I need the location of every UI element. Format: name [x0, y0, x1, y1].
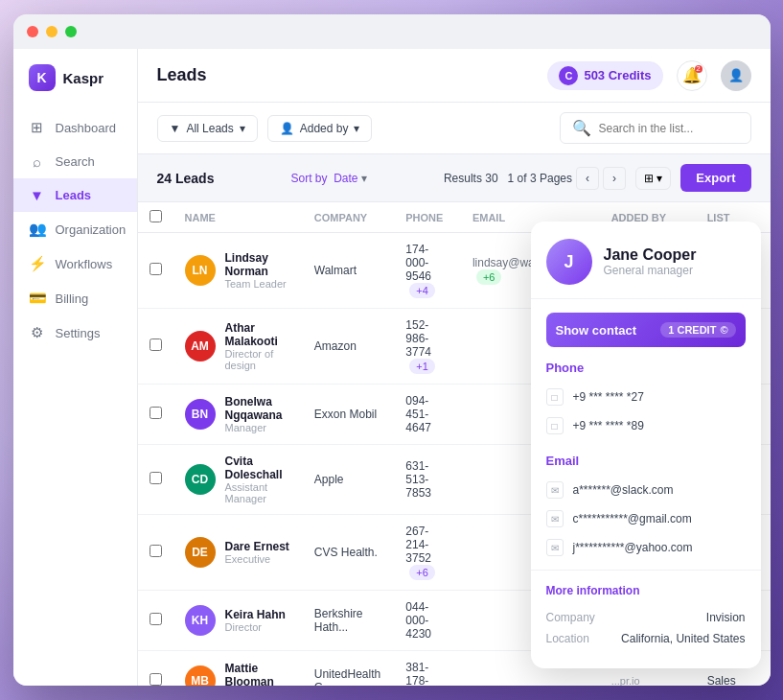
- contact-role: General manager: [604, 264, 697, 277]
- phone-cell: 044-000-4230: [394, 591, 461, 651]
- right-controls: Results 30 1 of 3 Pages ‹ › ⊞ ▾ Export: [444, 164, 751, 192]
- notification-dot: 2: [695, 65, 702, 73]
- search-icon: 🔍: [572, 119, 591, 137]
- search-icon: ⌕: [29, 153, 46, 170]
- person-role: Team Leader: [225, 278, 291, 290]
- avatar: CD: [185, 464, 216, 495]
- email-section-title: Email: [531, 440, 761, 476]
- select-all-checkbox[interactable]: [150, 210, 162, 222]
- added-by-icon: 👤: [280, 122, 294, 135]
- phone-cell: 381-178-2619: [394, 651, 461, 687]
- sidebar-item-workflows[interactable]: ⚡ Workflows: [13, 246, 137, 281]
- location-row: Location California, United States: [546, 628, 746, 649]
- person-role: Executive: [225, 553, 289, 565]
- person-cell: DE Dare Ernest Executive: [185, 537, 291, 568]
- logo: K Kaspr: [13, 64, 137, 110]
- avatar: LN: [185, 255, 216, 286]
- phone-checkbox-2[interactable]: □: [546, 417, 564, 434]
- sidebar-item-workflows-label: Workflows: [56, 257, 113, 271]
- email-extra-badge: +6: [476, 269, 502, 285]
- close-dot[interactable]: [27, 26, 38, 37]
- contact-avatar: J: [546, 239, 592, 285]
- results-select[interactable]: Results 30: [444, 172, 498, 185]
- export-button[interactable]: Export: [680, 164, 750, 192]
- main-content: Leads C 503 Credits 🔔 2 👤: [138, 49, 771, 686]
- email-value-3: j***********@yahoo.com: [573, 541, 693, 554]
- minimize-dot[interactable]: [46, 26, 58, 37]
- added-by-filter[interactable]: 👤 Added by ▾: [267, 115, 373, 142]
- row-checkbox[interactable]: [150, 407, 162, 419]
- credit-coin-icon: ©: [720, 324, 727, 336]
- show-contact-button[interactable]: Show contact 1 CREDIT ©: [546, 313, 746, 347]
- phone-checkbox-1[interactable]: □: [546, 388, 564, 406]
- organization-icon: 👥: [29, 221, 46, 238]
- company-cell: Exxon Mobil: [303, 385, 395, 445]
- email-item-1[interactable]: ✉ a*******@slack.com: [531, 476, 761, 504]
- col-company: COMPANY: [303, 202, 395, 233]
- notifications-button[interactable]: 🔔 2: [677, 60, 707, 91]
- filter-icon: ▼: [170, 122, 181, 135]
- phone-extra-badge: +1: [409, 359, 435, 374]
- phone-item-1[interactable]: □ +9 *** **** *27: [531, 383, 761, 411]
- sidebar-item-leads[interactable]: ▼ Leads: [13, 178, 137, 212]
- all-leads-filter[interactable]: ▼ All Leads ▾: [157, 115, 258, 142]
- table-area: NAME COMPANY PHONE EMAIL ADDED BY LIST L…: [138, 202, 771, 686]
- credit-tag: 1 CREDIT ©: [660, 322, 735, 338]
- company-cell: Walmart: [303, 233, 395, 309]
- maximize-dot[interactable]: [65, 26, 77, 37]
- pagination-text: 1 of 3 Pages: [508, 172, 572, 185]
- person-cell: BN Bonelwa Ngqawana Manager: [185, 395, 291, 433]
- sort-label: Sort by: [290, 172, 327, 185]
- email-checkbox-2[interactable]: ✉: [546, 510, 564, 527]
- row-checkbox[interactable]: [150, 263, 162, 275]
- sidebar-item-billing[interactable]: 💳 Billing: [13, 281, 137, 315]
- user-avatar[interactable]: 👤: [721, 60, 751, 91]
- sidebar-item-dashboard[interactable]: ⊞ Dashboard: [13, 110, 137, 145]
- leads-count: 24 Leads: [157, 171, 215, 186]
- sidebar-item-dashboard-label: Dashboard: [56, 121, 117, 135]
- workflows-icon: ⚡: [29, 255, 46, 272]
- sort-by[interactable]: Sort by Date ▾: [290, 172, 366, 185]
- search-box[interactable]: 🔍: [560, 112, 751, 144]
- search-input[interactable]: [599, 122, 739, 135]
- phone-section-title: Phone: [531, 347, 761, 383]
- person-name: Dare Ernest: [225, 540, 289, 553]
- email-item-2[interactable]: ✉ c***********@gmail.com: [531, 504, 761, 533]
- credits-badge[interactable]: C 503 Credits: [547, 61, 662, 90]
- credits-icon: C: [559, 66, 578, 85]
- avatar: DE: [185, 537, 216, 568]
- row-checkbox[interactable]: [150, 472, 162, 484]
- view-toggle[interactable]: ⊞ ▾: [635, 167, 671, 190]
- email-checkbox-1[interactable]: ✉: [546, 481, 564, 499]
- phone-item-2[interactable]: □ +9 *** **** *89: [531, 411, 761, 440]
- company-label: Company: [546, 611, 595, 624]
- app-window: K Kaspr ⊞ Dashboard ⌕ Search ▼ Leads 👥 O…: [13, 14, 771, 686]
- email-item-3[interactable]: ✉ j***********@yahoo.com: [531, 533, 761, 562]
- contact-popup: J Jane Cooper General manager Show conta…: [531, 222, 761, 668]
- row-checkbox[interactable]: [150, 613, 162, 625]
- credit-label: 1 CREDIT: [668, 324, 716, 336]
- phone-value-2: +9 *** **** *89: [573, 419, 644, 432]
- avatar: AM: [185, 331, 216, 362]
- toolbar: ▼ All Leads ▾ 👤 Added by ▾ 🔍: [138, 103, 771, 154]
- person-cell: LN Lindsay Norman Team Leader: [185, 251, 291, 290]
- show-contact-label: Show contact: [556, 323, 637, 338]
- person-role: Assistant Manager: [225, 481, 291, 504]
- person-cell: CD Cvita Doleschall Assistant Manager: [185, 455, 291, 504]
- prev-page-button[interactable]: ‹: [576, 167, 599, 190]
- email-checkbox-3[interactable]: ✉: [546, 539, 564, 556]
- avatar: KH: [185, 605, 216, 636]
- next-page-button[interactable]: ›: [603, 167, 626, 190]
- logo-icon: K: [29, 64, 56, 91]
- person-name: Keira Hahn: [225, 608, 286, 621]
- sidebar-item-search[interactable]: ⌕ Search: [13, 145, 137, 178]
- sidebar-item-settings[interactable]: ⚙ Settings: [13, 315, 137, 350]
- row-checkbox[interactable]: [150, 338, 162, 351]
- phone-cell: 094-451-4647: [394, 385, 461, 445]
- row-checkbox[interactable]: [150, 545, 162, 557]
- person-name: Lindsay Norman: [225, 251, 291, 278]
- sort-value: Date: [334, 172, 357, 185]
- sidebar-item-organization[interactable]: 👥 Organization: [13, 212, 137, 246]
- company-cell: Berkshire Hath...: [303, 591, 395, 651]
- row-checkbox[interactable]: [150, 673, 162, 686]
